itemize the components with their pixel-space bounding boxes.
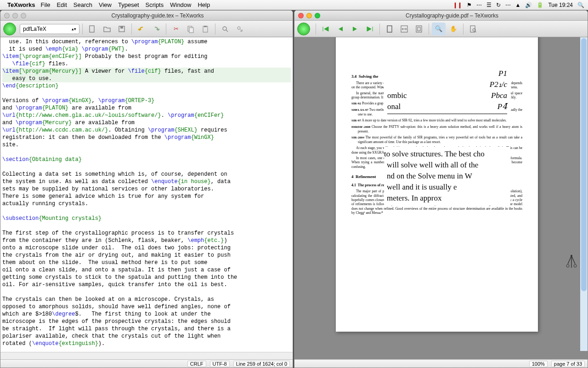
preview-window: Crystallography-guide.pdf – TeXworks 🔍 ✋…	[294, 10, 588, 368]
svg-rect-13	[418, 27, 420, 31]
open-file-button[interactable]	[100, 23, 114, 35]
status-encoding[interactable]: UTF-8	[210, 361, 230, 367]
menu-help[interactable]: Help	[198, 1, 210, 8]
volume-icon[interactable]: 🔊	[525, 2, 532, 8]
macos-menubar: TeXworks File Edit Search View Typeset S…	[0, 0, 588, 10]
status-eol[interactable]: CRLF	[187, 361, 206, 367]
clock[interactable]: Tue 19:24	[548, 2, 573, 8]
battery-icon[interactable]: 🔋	[537, 2, 543, 8]
svg-rect-10	[387, 26, 392, 32]
svg-point-18	[566, 264, 569, 267]
copy-button[interactable]	[184, 23, 198, 35]
menu-typeset[interactable]: Typeset	[118, 1, 139, 8]
svg-point-17	[571, 255, 572, 257]
minimize-button[interactable]	[306, 13, 312, 18]
status-cursor-pos: Line 259 of 1624; col 0	[233, 361, 290, 367]
editor-hscrollbar[interactable]	[0, 352, 293, 359]
editor-window: Crystallography-guide.tex – TeXworks pdf…	[0, 10, 293, 368]
svg-point-19	[574, 264, 577, 267]
flag-icon: ⚑	[467, 2, 472, 8]
editor-toolbar: pdfLaTeX ▴▾ ✂	[0, 21, 293, 37]
zoom-tool-button[interactable]: 🔍	[432, 23, 446, 35]
close-button[interactable]	[4, 13, 10, 18]
pan-tool-button[interactable]: ✋	[447, 23, 460, 35]
pdf-description-entry: SIR-97 A more up to date version of SIR-…	[351, 118, 522, 123]
menu-scripts[interactable]: Scripts	[146, 1, 164, 8]
pdf-magnifier-overlay: to solve structures. The best chowill so…	[384, 147, 510, 206]
replace-button[interactable]	[233, 23, 247, 35]
preview-window-title: Crystallography-guide.pdf – TeXworks	[320, 12, 584, 19]
preview-typeset-button[interactable]	[297, 23, 310, 35]
paste-button[interactable]	[198, 23, 212, 35]
preview-statusbar: 100% page 7 of 33	[294, 359, 588, 368]
pdf-description-entry: DIRDIF-2008 Choose the PATTY sub-option:…	[351, 125, 522, 133]
svg-rect-2	[120, 26, 123, 29]
compass-icon	[565, 253, 578, 270]
menu-edit[interactable]: Edit	[57, 1, 67, 8]
editor-titlebar[interactable]: Crystallography-guide.tex – TeXworks	[0, 11, 293, 21]
timemachine-icon[interactable]: ↻	[496, 2, 501, 8]
fit-page-button[interactable]	[412, 23, 426, 35]
menu-window[interactable]: Window	[170, 1, 191, 8]
status-page[interactable]: page 7 of 33	[551, 361, 585, 367]
svg-point-9	[237, 27, 240, 29]
pdf-description-entry: SIR-2004 The most powerful of the family…	[351, 135, 522, 144]
sync-icon[interactable]: ☰	[486, 2, 492, 8]
cut-button[interactable]: ✂	[169, 23, 183, 35]
svg-point-7	[223, 27, 226, 30]
typeset-button[interactable]	[3, 23, 16, 35]
find-button[interactable]	[218, 23, 232, 35]
menu-view[interactable]: View	[99, 1, 112, 8]
menu-extra-icon[interactable]: ⋯	[476, 2, 482, 8]
section-heading: Solving the	[359, 74, 379, 79]
status-zoom[interactable]: 100%	[529, 361, 548, 367]
chevron-updown-icon: ▴▾	[72, 27, 76, 31]
hand-icon: ✋	[450, 25, 457, 32]
menu-search[interactable]: Search	[74, 1, 92, 8]
editor-statusbar: CRLF UTF-8 Line 259 of 1624; col 0	[0, 359, 293, 368]
svg-rect-4	[189, 28, 193, 33]
actual-size-button[interactable]	[383, 23, 396, 35]
first-page-button[interactable]	[319, 23, 333, 35]
scissors-icon: ✂	[174, 25, 179, 32]
pdf-viewport[interactable]: Table 1: Most common crystal systems. 3.…	[294, 37, 588, 359]
wifi-icon[interactable]: ▲	[515, 2, 521, 8]
close-button[interactable]	[298, 13, 304, 18]
app-name[interactable]: TeXworks	[7, 1, 35, 8]
pdf-vscrollbar[interactable]	[580, 37, 588, 351]
next-page-button[interactable]	[348, 23, 362, 35]
svg-line-8	[226, 30, 228, 32]
menu-extra2-icon[interactable]: ⋯	[505, 2, 511, 8]
fit-width-button[interactable]	[397, 23, 411, 35]
zoom-button[interactable]	[21, 13, 26, 18]
pdf-magnifier-overlay: P1P2₁/combicPbcaonalP4̄	[384, 66, 510, 116]
editor-window-title: Crystallography-guide.tex – TeXworks	[26, 12, 289, 19]
record-indicator-icon: ❙❙	[453, 2, 462, 8]
section-heading: Refinement	[356, 174, 376, 179]
undo-button[interactable]	[135, 23, 148, 35]
redo-button[interactable]	[149, 23, 163, 35]
engine-select[interactable]: pdfLaTeX ▴▾	[20, 24, 79, 34]
new-file-button[interactable]	[85, 23, 99, 35]
spotlight-icon[interactable]: 🔍	[577, 2, 584, 8]
save-file-button[interactable]	[115, 23, 129, 35]
search-pdf-button[interactable]	[466, 23, 480, 35]
minimize-button[interactable]	[12, 13, 18, 18]
prev-page-button[interactable]	[334, 23, 347, 35]
svg-rect-6	[204, 26, 207, 27]
preview-toolbar: 🔍 ✋	[294, 21, 588, 37]
scrollbar-thumb[interactable]	[581, 38, 587, 291]
svg-rect-0	[90, 26, 94, 32]
source-editor[interactable]: use. In this document, references to \pr…	[0, 37, 293, 352]
zoom-button[interactable]	[315, 13, 320, 18]
engine-select-value: pdfLaTeX	[23, 26, 46, 32]
menu-file[interactable]: File	[40, 1, 50, 8]
last-page-button[interactable]	[363, 23, 377, 35]
svg-rect-12	[416, 26, 422, 32]
magnifier-icon: 🔍	[435, 25, 442, 32]
preview-titlebar[interactable]: Crystallography-guide.pdf – TeXworks	[294, 11, 588, 21]
